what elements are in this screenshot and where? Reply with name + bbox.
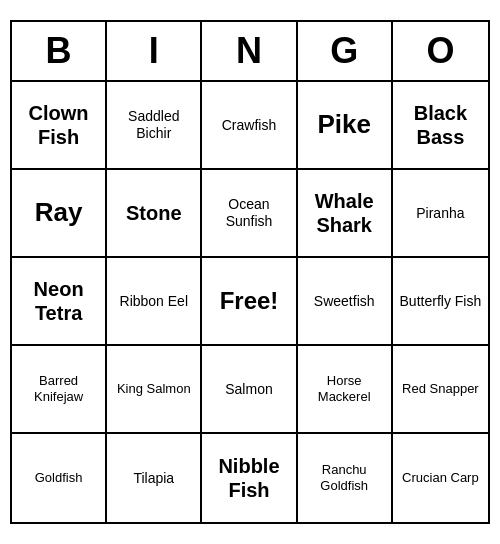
bingo-grid: Clown FishSaddled BichirCrawfishPikeBlac… (12, 82, 488, 522)
bingo-cell: Horse Mackerel (298, 346, 393, 434)
bingo-cell: Sweetfish (298, 258, 393, 346)
header-letter: G (298, 22, 393, 80)
bingo-cell: Piranha (393, 170, 488, 258)
bingo-cell: Neon Tetra (12, 258, 107, 346)
bingo-cell: Butterfly Fish (393, 258, 488, 346)
bingo-cell: Pike (298, 82, 393, 170)
bingo-cell: Red Snapper (393, 346, 488, 434)
bingo-cell: Ocean Sunfish (202, 170, 297, 258)
bingo-cell: Tilapia (107, 434, 202, 522)
bingo-cell: Crawfish (202, 82, 297, 170)
bingo-cell: Salmon (202, 346, 297, 434)
bingo-cell: Nibble Fish (202, 434, 297, 522)
bingo-cell: Stone (107, 170, 202, 258)
bingo-cell: Goldfish (12, 434, 107, 522)
bingo-cell: Saddled Bichir (107, 82, 202, 170)
bingo-header: BINGO (12, 22, 488, 82)
bingo-cell: Black Bass (393, 82, 488, 170)
header-letter: B (12, 22, 107, 80)
header-letter: O (393, 22, 488, 80)
header-letter: N (202, 22, 297, 80)
bingo-cell: Ribbon Eel (107, 258, 202, 346)
bingo-cell: Barred Knifejaw (12, 346, 107, 434)
bingo-cell: Free! (202, 258, 297, 346)
bingo-cell: Crucian Carp (393, 434, 488, 522)
header-letter: I (107, 22, 202, 80)
bingo-cell: King Salmon (107, 346, 202, 434)
bingo-card: BINGO Clown FishSaddled BichirCrawfishPi… (10, 20, 490, 524)
bingo-cell: Whale Shark (298, 170, 393, 258)
bingo-cell: Ranchu Goldfish (298, 434, 393, 522)
bingo-cell: Clown Fish (12, 82, 107, 170)
bingo-cell: Ray (12, 170, 107, 258)
